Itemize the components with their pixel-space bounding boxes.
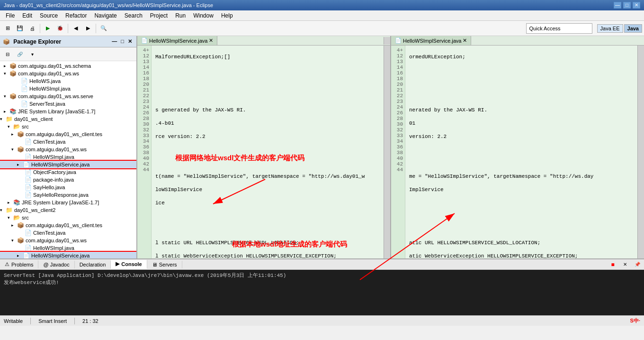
tree-item-serve[interactable]: ▾ 📦 com.atguigu.day01_ws.ws.serve <box>0 92 136 100</box>
perspective-javaee[interactable]: Java EE <box>597 24 623 33</box>
tree-item-client-test[interactable]: ▸ 📦 com.atguigu.day01_ws_client.tes <box>0 130 136 138</box>
console-label: Console <box>121 261 142 267</box>
editor-content-left[interactable]: 4+ 12 13 14 16 18 20 21 22 23 <box>137 46 390 258</box>
pe-link[interactable]: 🔗 <box>14 48 26 60</box>
menu-project[interactable]: Project <box>146 11 171 20</box>
bottom-tab-servers[interactable]: 🖥 Servers <box>147 261 182 268</box>
tree-item-client2-hellowsimplservice[interactable]: ▸ 📄 HelloWSImplService.java <box>0 252 136 258</box>
tree-item-clienttest[interactable]: 📄 ClienTest.java <box>0 138 136 146</box>
toolbar-print[interactable]: 🖨 <box>27 23 38 34</box>
editor-content-right[interactable]: 4+ 12 13 14 16 18 20 21 22 23 <box>391 46 644 258</box>
tree-item-client2-project[interactable]: ▾ 📁 day01_ws_client2 <box>0 206 136 214</box>
pe-maximize[interactable]: □ <box>119 38 125 45</box>
tree-item-client-hellowsimpl[interactable]: 📄 HelloWSImpl.java <box>0 153 136 161</box>
pe-menu[interactable]: ▾ <box>27 48 38 60</box>
toolbar-new[interactable]: ⊞ <box>2 23 13 34</box>
bottom-tab-javadoc[interactable]: @ Javadoc <box>38 261 74 268</box>
pe-collapse[interactable]: ⊟ <box>2 48 13 60</box>
pe-close[interactable]: ✕ <box>126 38 134 45</box>
menu-window[interactable]: Window <box>189 11 217 20</box>
bottom-tab-problems[interactable]: ⚠ Problems <box>0 260 38 268</box>
code-line: rce version: 2.2 <box>155 133 380 140</box>
bottom-tabs-row: ⚠ Problems @ Javadoc Declaration ▶ Conso… <box>0 260 606 269</box>
minimize-button[interactable]: — <box>614 2 621 9</box>
editor-tab-left[interactable]: 📄 HelloWSImplService.java ✕ <box>137 36 217 45</box>
tree-arrow: ▸ <box>11 132 17 137</box>
quick-access-box[interactable]: Quick Access <box>526 23 592 34</box>
tree-arrow: ▾ <box>0 117 6 121</box>
editor-tab-right-label: HelloWSImplService.java <box>403 38 461 44</box>
tree-item-client-objectfactory[interactable]: 📄 ObjectFactory.java <box>0 168 136 176</box>
tree-item-schema[interactable]: ▸ 📦 com.atguigu.day01_ws.schema <box>0 62 136 70</box>
menu-navigate[interactable]: Navigate <box>90 11 120 20</box>
toolbar-run[interactable]: ▶ <box>42 23 54 34</box>
code-line <box>155 80 380 87</box>
perspective-java[interactable]: Java <box>624 24 642 33</box>
tree-item-jre[interactable]: ▸ 📚 JRE System Library [JavaSE-1.7] <box>0 108 136 115</box>
editor-left-scrollbar-v[interactable] <box>384 46 390 258</box>
tree-item-client2-test[interactable]: ▸ 📦 com.atguigu.day01_ws_client.tes <box>0 221 136 229</box>
bottom-tab-declaration[interactable]: Declaration <box>75 261 111 268</box>
status-insert-mode: Smart Insert <box>38 318 67 324</box>
status-right: S中· <box>630 317 640 324</box>
menu-file[interactable]: File <box>2 11 18 20</box>
toolbar-sep-3 <box>96 24 96 33</box>
code-line <box>155 226 380 233</box>
tree-item-client-jre[interactable]: ▸ 📚 JRE System Library [JavaSE-1.7] <box>0 199 136 206</box>
toolbar-back[interactable]: ◀ <box>70 23 81 34</box>
java-file-icon: 📄 <box>25 192 32 198</box>
code-line <box>409 159 634 167</box>
declaration-label: Declaration <box>80 262 106 267</box>
tree-item-client-packageinfo[interactable]: 📄 package-info.java <box>0 176 136 184</box>
editor-tab-left-close[interactable]: ✕ <box>209 37 213 44</box>
tree-item-ws[interactable]: ▾ 📦 com.atguigu.day01_ws.ws <box>0 70 136 77</box>
menu-run[interactable]: Run <box>171 11 189 20</box>
java-file-icon: 📄 <box>25 230 32 236</box>
tree-item-client2-src[interactable]: ▾ 📂 src <box>0 214 136 221</box>
editor-tab-right[interactable]: 📄 HelloWSImplService.java ✕ <box>391 36 471 45</box>
java-file-icon: 📄 <box>25 245 32 251</box>
menu-search[interactable]: Search <box>121 11 146 20</box>
toolbar-save[interactable]: 💾 <box>14 23 26 34</box>
tree-item-client-src[interactable]: ▾ 📂 src <box>0 123 136 130</box>
tree-item-client-project[interactable]: ▾ 📁 day01_ws_client <box>0 115 136 123</box>
menu-help[interactable]: Help <box>217 11 237 20</box>
tree-arrow: ▸ <box>8 200 13 205</box>
titlebar-controls[interactable]: — □ ✕ <box>614 2 640 9</box>
tree-item-servertest[interactable]: 📄 ServerTest.java <box>0 100 136 108</box>
close-button[interactable]: ✕ <box>633 2 640 9</box>
console-stop[interactable]: ■ <box>607 259 618 270</box>
bottom-tab-console[interactable]: ▶ Console <box>111 260 147 269</box>
tree-item-client2-ws[interactable]: ▾ 📦 com.atguigu.day01_ws.ws <box>0 237 136 244</box>
tree-item-client-sayhello[interactable]: 📄 SayHello.java <box>0 184 136 191</box>
menu-source[interactable]: Source <box>36 11 62 20</box>
tree-item-client2-hellowsimpl[interactable]: 📄 HelloWSImpl.java <box>0 244 136 252</box>
java-file-icon: 📄 <box>25 154 32 160</box>
tree-item-client-hellowsimplservice[interactable]: ▸ 📄 HelloWSImplService.java <box>0 161 136 168</box>
java-file-icon: 📄 <box>23 252 30 258</box>
pe-minimize[interactable]: — <box>110 38 118 45</box>
code-line <box>409 146 634 154</box>
pe-header-controls[interactable]: — □ ✕ <box>110 38 134 45</box>
toolbar-debug[interactable]: 🐞 <box>54 23 66 34</box>
editor-right-scrollbar-v[interactable] <box>637 46 644 258</box>
tree-item-hellowsimpl[interactable]: 📄 HelloWSImpl.java <box>0 85 136 92</box>
menu-edit[interactable]: Edit <box>18 11 36 20</box>
editor-tab-right-close[interactable]: ✕ <box>463 37 467 44</box>
maximize-button[interactable]: □ <box>623 2 631 9</box>
console-clear[interactable]: ✕ <box>619 259 631 270</box>
tree-item-client-ws[interactable]: ▾ 📦 com.atguigu.day01_ws.ws <box>0 146 136 153</box>
quick-access-label: Quick Access <box>529 26 561 31</box>
tree-arrow: ▾ <box>8 215 13 220</box>
console-pin[interactable]: 📌 <box>632 259 643 270</box>
tree-item-client-sayhelloresp[interactable]: 📄 SayHelloResponse.java <box>0 191 136 199</box>
editor-area: 📄 HelloWSImplService.java ✕ 4+ 12 13 14 <box>137 36 644 258</box>
toolbar-search[interactable]: 🔍 <box>98 23 109 34</box>
problems-icon: ⚠ <box>5 261 9 267</box>
menu-refactor[interactable]: Refactor <box>62 11 90 20</box>
toolbar-forward[interactable]: ▶ <box>82 23 94 34</box>
tree-item-hellows[interactable]: 📄 HelloWS.java <box>0 77 136 85</box>
editor-left-scrollbar-h[interactable] <box>384 37 390 45</box>
tree-item-client2-clienttest[interactable]: 📄 ClienTest.java <box>0 229 136 237</box>
bottom-tabs: ⚠ Problems @ Javadoc Declaration ▶ Conso… <box>0 259 644 270</box>
